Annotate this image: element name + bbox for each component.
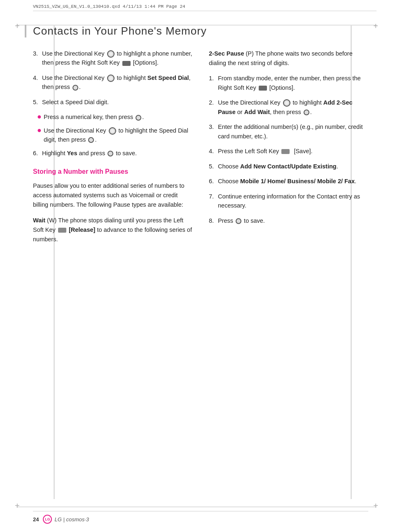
item-text: Choose Mobile 1/ Home/ Business/ Mobile …: [218, 177, 368, 186]
item-text: Enter the additional number(s) (e.g., pi…: [218, 122, 368, 141]
item-text: Use the Directional Key to highlight a p…: [42, 49, 192, 68]
item-number: 6.: [33, 149, 42, 158]
list-item: 2. Use the Directional Key to highlight …: [209, 98, 368, 117]
item-text: Highlight Yes and press to save.: [42, 149, 192, 158]
right-soft-key-icon: [259, 86, 267, 91]
item-text: Use the Directional Key to highlight Add…: [218, 98, 368, 117]
page-container: Contacts in Your Phone's Memory 3. Use t…: [33, 25, 368, 499]
list-item: 4. Use the Directional Key to highlight …: [33, 73, 192, 92]
directional-key-icon: [107, 50, 115, 58]
item-text: Continue entering information for the Co…: [218, 192, 368, 210]
list-item: ● Use the Directional Key to highlight t…: [37, 126, 192, 145]
ok-key-icon: [88, 137, 94, 143]
list-item: 4. Press the Left Soft Key [Save].: [209, 147, 368, 156]
wait-paragraph: Wait (W) The phone stops dialing until y…: [33, 216, 192, 245]
bold-text: Set Speed Dial: [147, 75, 189, 81]
item-number: 4.: [209, 147, 218, 156]
item-number: 4.: [33, 73, 42, 82]
directional-key-icon: [283, 99, 290, 107]
item-text: From standby mode, enter the number, the…: [218, 74, 368, 92]
item-number: 2.: [209, 98, 218, 107]
left-column: 3. Use the Directional Key to highlight …: [33, 49, 192, 250]
right-column: 2-Sec Pause (P) The phone waits two seco…: [209, 49, 368, 250]
list-item: 6. Choose Mobile 1/ Home/ Business/ Mobi…: [209, 177, 368, 186]
header-text: VN251S_VZW_UG_EN_V1.0_130410.qxd 4/11/13…: [33, 4, 185, 9]
list-item: 7. Continue entering information for the…: [209, 192, 368, 210]
section-heading: Storing a Number with Pauses: [33, 167, 192, 177]
list-item: 5. Select a Speed Dial digit.: [33, 98, 192, 107]
directional-key-icon: [109, 127, 116, 135]
item-text: Use the Directional Key to highlight the…: [44, 126, 192, 145]
bullet-dot: ●: [37, 126, 44, 135]
bullet-list: ● Press a numerical key, then press . ● …: [37, 112, 192, 144]
bold-text: Mobile 1/ Home/ Business/ Mobile 2/ Fax: [240, 178, 355, 184]
bold-text: Add Wait: [244, 109, 270, 115]
item-number: 5.: [33, 98, 42, 107]
item-text: Press the Left Soft Key [Save].: [218, 147, 368, 156]
item-number: 1.: [209, 74, 218, 83]
logo-text: LG | cosmos·3: [54, 516, 89, 523]
list-item: 3. Enter the additional number(s) (e.g.,…: [209, 122, 368, 141]
wait-text2: to advance to the following series of nu…: [33, 226, 192, 243]
ok-key-icon: [136, 115, 141, 121]
list-item: 6. Highlight Yes and press to save.: [33, 149, 192, 158]
release-label: [Release]: [69, 226, 95, 233]
left-soft-key-icon: [58, 228, 66, 233]
ok-key-icon: [236, 218, 241, 224]
item-text: Press to save.: [218, 216, 368, 225]
page-header: VN251S_VZW_UG_EN_V1.0_130410.qxd 4/11/13…: [33, 4, 377, 11]
bold-text: Add New Contact/Update Existing: [240, 163, 337, 170]
page-title: Contacts in Your Phone's Memory: [25, 25, 368, 37]
sec-pause-heading: 2-Sec Pause: [209, 50, 244, 57]
section-body: Pauses allow you to enter additional ser…: [33, 181, 192, 210]
item-number: 3.: [33, 49, 42, 58]
ok-key-icon: [304, 110, 309, 115]
item-number: 3.: [209, 122, 218, 131]
crosshair-tl: [15, 21, 20, 31]
crosshair-tr: [373, 21, 378, 31]
crosshair-bl: [15, 501, 20, 511]
right-soft-key-icon: [122, 61, 131, 66]
crosshair-br: [373, 501, 378, 511]
list-item: 3. Use the Directional Key to highlight …: [33, 49, 192, 68]
section-body-text: Pauses allow you to enter additional ser…: [33, 182, 185, 208]
item-number: 7.: [209, 192, 218, 201]
ok-key-icon: [73, 85, 78, 91]
wait-heading: Wait: [33, 217, 45, 224]
bottom-margin: [16, 506, 377, 507]
item-number: 6.: [209, 177, 218, 186]
item-text: Select a Speed Dial digit.: [42, 98, 192, 107]
two-column-layout: 3. Use the Directional Key to highlight …: [33, 49, 368, 250]
list-item: 8. Press to save.: [209, 216, 368, 225]
item-text: Press a numerical key, then press .: [44, 112, 192, 121]
page-number: 24: [33, 516, 39, 523]
sec-pause-intro: 2-Sec Pause (P) The phone waits two seco…: [209, 49, 368, 68]
item-number: 5.: [209, 162, 218, 171]
item-text: Use the Directional Key to highlight Set…: [42, 73, 192, 92]
lg-logo: LG LG | cosmos·3: [43, 515, 89, 524]
bullet-dot: ●: [37, 112, 44, 121]
list-item: 5. Choose Add New Contact/Update Existin…: [209, 162, 368, 171]
item-number: 8.: [209, 216, 218, 225]
left-soft-key-icon: [281, 149, 290, 154]
bold-text: Yes: [67, 150, 77, 156]
directional-key-icon: [107, 75, 115, 82]
footer-bar: 24 LG LG | cosmos·3: [33, 511, 368, 524]
list-item: 1. From standby mode, enter the number, …: [209, 74, 368, 92]
lg-circle-icon: LG: [43, 515, 52, 524]
list-item: ● Press a numerical key, then press .: [37, 112, 192, 121]
item-text: Choose Add New Contact/Update Existing.: [218, 162, 368, 171]
ok-key-icon: [108, 151, 113, 156]
